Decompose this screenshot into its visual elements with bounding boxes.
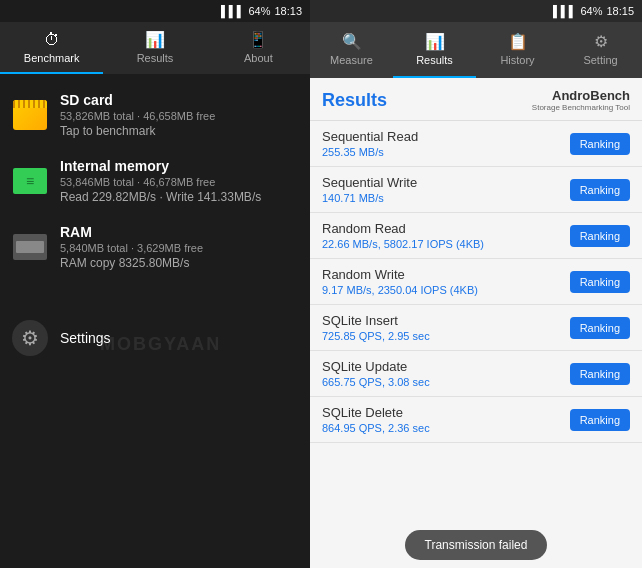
- ram-sub: 5,840MB total · 3,629MB free: [60, 242, 298, 254]
- results-header: Results AndroBench Storage Benchmarking …: [310, 78, 642, 121]
- logo-title: AndroBench: [532, 88, 630, 103]
- sqlite-update-name: SQLite Update: [322, 359, 430, 374]
- right-battery: 64%: [580, 5, 602, 17]
- tab-results-right[interactable]: 📊 Results: [393, 22, 476, 78]
- settings-item[interactable]: ⚙ Settings: [0, 310, 310, 366]
- results-page-title: Results: [322, 90, 387, 111]
- sequential-write-name: Sequential Write: [322, 175, 417, 190]
- result-row-sequential-read: Sequential Read 255.35 MB/s Ranking: [310, 121, 642, 167]
- sd-card-icon: [12, 97, 48, 133]
- sqlite-delete-value: 864.95 QPS, 2.36 sec: [322, 422, 430, 434]
- tab-results-left-label: Results: [137, 52, 174, 64]
- sqlite-insert-ranking-button[interactable]: Ranking: [570, 317, 630, 339]
- results-icon-left: 📊: [145, 30, 165, 49]
- setting-icon: ⚙: [594, 32, 608, 51]
- right-panel: ▌▌▌ 64% 18:15 🔍 Measure 📊 Results 📋 Hist…: [310, 0, 642, 568]
- sqlite-delete-info: SQLite Delete 864.95 QPS, 2.36 sec: [322, 405, 430, 434]
- sd-card-title: SD card: [60, 92, 298, 108]
- result-row-sqlite-delete: SQLite Delete 864.95 QPS, 2.36 sec Ranki…: [310, 397, 642, 443]
- random-read-name: Random Read: [322, 221, 484, 236]
- history-icon: 📋: [508, 32, 528, 51]
- tab-benchmark[interactable]: ⏱ Benchmark: [0, 22, 103, 74]
- result-row-random-read: Random Read 22.66 MB/s, 5802.17 IOPS (4K…: [310, 213, 642, 259]
- transmission-toast: Transmission failed: [405, 530, 548, 560]
- sd-card-info: SD card 53,826MB total · 46,658MB free T…: [60, 92, 298, 138]
- random-write-info: Random Write 9.17 MB/s, 2350.04 IOPS (4K…: [322, 267, 478, 296]
- measure-icon: 🔍: [342, 32, 362, 51]
- sequential-read-info: Sequential Read 255.35 MB/s: [322, 129, 418, 158]
- left-content: SD card 53,826MB total · 46,658MB free T…: [0, 74, 310, 568]
- ram-info: RAM 5,840MB total · 3,629MB free RAM cop…: [60, 224, 298, 270]
- result-row-random-write: Random Write 9.17 MB/s, 2350.04 IOPS (4K…: [310, 259, 642, 305]
- benchmark-icon: ⏱: [44, 31, 60, 49]
- tab-about[interactable]: 📱 About: [207, 22, 310, 74]
- tab-measure[interactable]: 🔍 Measure: [310, 22, 393, 78]
- sqlite-update-ranking-button[interactable]: Ranking: [570, 363, 630, 385]
- gear-icon: ⚙: [12, 320, 48, 356]
- sd-card-sub: 53,826MB total · 46,658MB free: [60, 110, 298, 122]
- internal-memory-action: Read 229.82MB/s · Write 141.33MB/s: [60, 190, 298, 204]
- sqlite-insert-name: SQLite Insert: [322, 313, 430, 328]
- sqlite-insert-value: 725.85 QPS, 2.95 sec: [322, 330, 430, 342]
- ram-action: RAM copy 8325.80MB/s: [60, 256, 298, 270]
- left-signal-icon: ▌▌▌: [221, 5, 244, 17]
- sd-card-item[interactable]: SD card 53,826MB total · 46,658MB free T…: [0, 82, 310, 148]
- left-time: 18:13: [274, 5, 302, 17]
- sqlite-delete-name: SQLite Delete: [322, 405, 430, 420]
- random-read-info: Random Read 22.66 MB/s, 5802.17 IOPS (4K…: [322, 221, 484, 250]
- right-time: 18:15: [606, 5, 634, 17]
- internal-memory-icon: [12, 163, 48, 199]
- left-panel: ▌▌▌ 64% 18:13 ⏱ Benchmark 📊 Results 📱 Ab…: [0, 0, 310, 568]
- settings-label: Settings: [60, 330, 111, 346]
- tab-setting-label: Setting: [583, 54, 617, 66]
- ram-item[interactable]: RAM 5,840MB total · 3,629MB free RAM cop…: [0, 214, 310, 280]
- tab-results-right-label: Results: [416, 54, 453, 66]
- internal-memory-sub: 53,846MB total · 46,678MB free: [60, 176, 298, 188]
- androbench-logo: AndroBench Storage Benchmarking Tool: [532, 88, 630, 112]
- tab-history-label: History: [500, 54, 534, 66]
- ram-title: RAM: [60, 224, 298, 240]
- sequential-read-ranking-button[interactable]: Ranking: [570, 133, 630, 155]
- random-read-ranking-button[interactable]: Ranking: [570, 225, 630, 247]
- logo-sub: Storage Benchmarking Tool: [532, 103, 630, 112]
- random-write-value: 9.17 MB/s, 2350.04 IOPS (4KB): [322, 284, 478, 296]
- about-icon: 📱: [248, 30, 268, 49]
- internal-memory-info: Internal memory 53,846MB total · 46,678M…: [60, 158, 298, 204]
- left-tabs: ⏱ Benchmark 📊 Results 📱 About: [0, 22, 310, 74]
- right-signal-icon: ▌▌▌: [553, 5, 576, 17]
- tab-measure-label: Measure: [330, 54, 373, 66]
- left-battery: 64%: [248, 5, 270, 17]
- result-row-sqlite-insert: SQLite Insert 725.85 QPS, 2.95 sec Ranki…: [310, 305, 642, 351]
- result-row-sequential-write: Sequential Write 140.71 MB/s Ranking: [310, 167, 642, 213]
- sqlite-delete-ranking-button[interactable]: Ranking: [570, 409, 630, 431]
- tab-about-label: About: [244, 52, 273, 64]
- right-status-bar: ▌▌▌ 64% 18:15: [310, 0, 642, 22]
- sqlite-update-value: 665.75 QPS, 3.08 sec: [322, 376, 430, 388]
- left-status-bar: ▌▌▌ 64% 18:13: [0, 0, 310, 22]
- random-read-value: 22.66 MB/s, 5802.17 IOPS (4KB): [322, 238, 484, 250]
- transmission-bar: Transmission failed: [310, 522, 642, 568]
- results-icon-right: 📊: [425, 32, 445, 51]
- tab-benchmark-label: Benchmark: [24, 52, 80, 64]
- random-write-ranking-button[interactable]: Ranking: [570, 271, 630, 293]
- sd-card-action: Tap to benchmark: [60, 124, 298, 138]
- result-row-sqlite-update: SQLite Update 665.75 QPS, 3.08 sec Ranki…: [310, 351, 642, 397]
- sequential-write-ranking-button[interactable]: Ranking: [570, 179, 630, 201]
- tab-setting[interactable]: ⚙ Setting: [559, 22, 642, 78]
- sequential-read-name: Sequential Read: [322, 129, 418, 144]
- tab-results-left[interactable]: 📊 Results: [103, 22, 206, 74]
- sqlite-insert-info: SQLite Insert 725.85 QPS, 2.95 sec: [322, 313, 430, 342]
- right-tabs: 🔍 Measure 📊 Results 📋 History ⚙ Setting: [310, 22, 642, 78]
- results-list: Sequential Read 255.35 MB/s Ranking Sequ…: [310, 121, 642, 522]
- sequential-write-info: Sequential Write 140.71 MB/s: [322, 175, 417, 204]
- internal-memory-item[interactable]: Internal memory 53,846MB total · 46,678M…: [0, 148, 310, 214]
- sequential-read-value: 255.35 MB/s: [322, 146, 418, 158]
- internal-memory-title: Internal memory: [60, 158, 298, 174]
- tab-history[interactable]: 📋 History: [476, 22, 559, 78]
- random-write-name: Random Write: [322, 267, 478, 282]
- sequential-write-value: 140.71 MB/s: [322, 192, 417, 204]
- ram-icon: [12, 229, 48, 265]
- sqlite-update-info: SQLite Update 665.75 QPS, 3.08 sec: [322, 359, 430, 388]
